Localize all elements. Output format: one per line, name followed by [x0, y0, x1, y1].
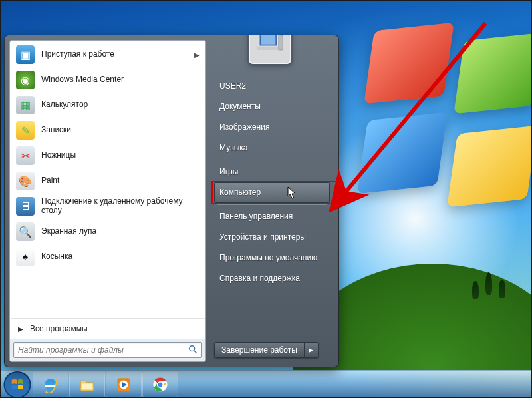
places-item[interactable]: Устройства и принтеры [214, 227, 330, 248]
win-flag-blue [357, 112, 447, 194]
solitaire-icon: ♠ [16, 248, 35, 266]
magnifier-icon: 🔍 [16, 222, 35, 241]
start-menu-programs-pane: ▣Приступая к работе▶◉Windows Media Cente… [9, 40, 206, 362]
media-center-icon: ◉ [16, 71, 35, 89]
start-button[interactable] [3, 371, 32, 398]
shutdown-label: Завершение работы [221, 345, 297, 355]
google-chrome-icon [152, 376, 169, 393]
recent-programs-list: ▣Приступая к работе▶◉Windows Media Cente… [10, 41, 205, 317]
places-item[interactable]: Компьютер [214, 182, 330, 203]
file-explorer-icon [78, 376, 96, 393]
taskbar [0, 370, 532, 398]
user-account-picture[interactable] [249, 35, 291, 64]
shutdown-button-group: Завершение работы ▶ [214, 342, 319, 358]
program-label: Ножницы [41, 151, 76, 160]
places-item[interactable]: Справка и поддержка [214, 268, 330, 289]
places-item-label: Изображения [219, 122, 269, 132]
win-flag-green [454, 33, 532, 114]
taskbar-pin-internet-explorer[interactable] [33, 372, 68, 397]
program-item[interactable]: ✎Записки [11, 118, 205, 143]
program-label: Windows Media Center [41, 75, 124, 85]
places-item[interactable]: Документы [214, 97, 330, 117]
triangle-right-icon: ▶ [309, 347, 313, 353]
places-item-label: Компьютер [219, 188, 261, 197]
places-item-label: Документы [219, 102, 261, 111]
computer-icon [255, 35, 285, 57]
places-item[interactable]: Программы по умолчанию [214, 248, 330, 268]
places-item[interactable]: Панель управления [214, 206, 330, 227]
taskbar-pin-media-player[interactable] [106, 372, 142, 397]
search-icon [188, 345, 198, 356]
all-programs-link[interactable]: ▶ Все программы [10, 320, 205, 339]
program-item[interactable]: 🎨Paint [11, 168, 205, 194]
program-item[interactable]: 🔍Экранная лупа [11, 219, 205, 244]
mouse-cursor-icon [287, 186, 297, 200]
separator [217, 204, 327, 205]
program-label: Приступая к работе [41, 50, 114, 59]
svg-line-1 [194, 350, 197, 353]
program-item[interactable]: ▦Калькулятор [11, 93, 205, 118]
win-flag-red [364, 23, 454, 104]
svg-rect-3 [261, 35, 275, 45]
wallpaper-tree [485, 272, 492, 295]
win-flag-yellow [447, 126, 532, 208]
places-item-label: USER2 [219, 81, 246, 91]
search-input[interactable] [18, 345, 188, 355]
places-item[interactable]: Музыка [214, 138, 330, 158]
program-item[interactable]: ✂Ножницы [11, 143, 205, 168]
program-item[interactable]: ▣Приступая к работе▶ [11, 42, 205, 67]
taskbar-pin-explorer[interactable] [69, 372, 105, 397]
sticky-notes-icon: ✎ [16, 121, 35, 140]
windows-logo-icon [10, 377, 25, 392]
start-menu-places-pane: USER2ДокументыИзображенияМузыкаИгрыКомпь… [206, 40, 334, 362]
program-item[interactable]: ◉Windows Media Center [11, 67, 205, 93]
search-area [10, 339, 205, 361]
svg-rect-5 [279, 35, 283, 50]
places-item-label: Игры [219, 167, 238, 176]
places-item-label: Устройства и принтеры [219, 232, 306, 242]
program-label: Подключение к удаленному рабочему столу [41, 197, 200, 216]
program-label: Paint [41, 176, 59, 186]
places-item-label: Программы по умолчанию [219, 253, 317, 262]
wallpaper-tree [499, 280, 505, 298]
svg-rect-4 [257, 47, 281, 51]
wallpaper-tree [472, 281, 479, 299]
paint-icon: 🎨 [16, 172, 35, 190]
calculator-icon: ▦ [16, 96, 35, 114]
places-item-label: Панель управления [219, 212, 293, 221]
places-item[interactable]: USER2 [214, 76, 330, 97]
triangle-right-icon: ▶ [18, 325, 23, 333]
places-list: USER2ДокументыИзображенияМузыкаИгрыКомпь… [214, 76, 330, 289]
places-item[interactable]: Изображения [214, 117, 330, 138]
svg-rect-8 [82, 383, 92, 389]
internet-explorer-icon [42, 376, 59, 393]
separator [11, 318, 205, 319]
shutdown-button[interactable]: Завершение работы [215, 343, 305, 357]
windows-media-player-icon [115, 376, 132, 393]
snipping-tool-icon: ✂ [16, 146, 35, 165]
taskbar-pin-chrome[interactable] [142, 372, 178, 397]
shutdown-options-button[interactable]: ▶ [305, 343, 318, 357]
places-item[interactable]: Игры [214, 162, 330, 182]
places-item-label: Музыка [219, 143, 247, 152]
program-label: Экранная лупа [41, 227, 96, 236]
start-menu: ▣Приступая к работе▶◉Windows Media Cente… [4, 35, 339, 367]
submenu-arrow-icon: ▶ [194, 51, 200, 59]
remote-desktop-icon: 🖥 [16, 197, 35, 216]
program-label: Записки [41, 126, 71, 135]
all-programs-label: Все программы [30, 324, 88, 333]
program-label: Калькулятор [41, 100, 88, 110]
program-item[interactable]: ♠Косынка [11, 244, 205, 270]
getting-started-icon: ▣ [16, 45, 35, 64]
search-box[interactable] [13, 342, 202, 358]
program-label: Косынка [41, 252, 72, 262]
separator [217, 160, 327, 160]
program-item[interactable]: 🖥Подключение к удаленному рабочему столу [11, 194, 205, 219]
places-item-label: Справка и поддержка [219, 274, 300, 283]
